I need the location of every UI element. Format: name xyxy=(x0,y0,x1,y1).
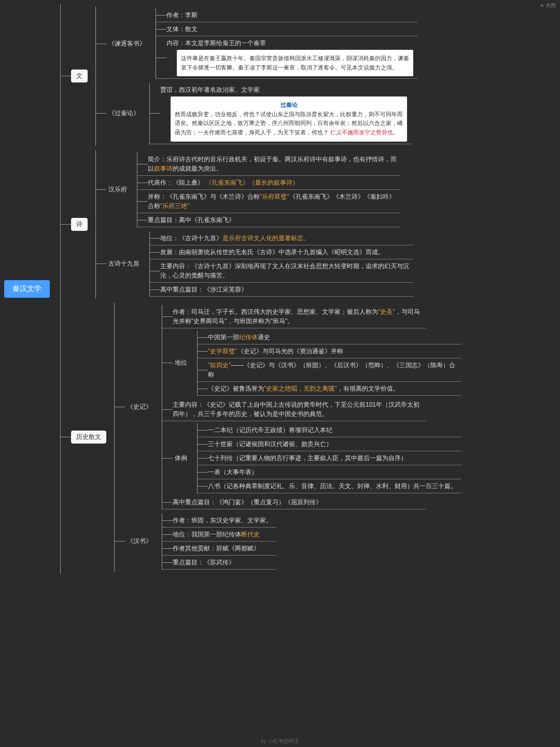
leaf: 重点篇目：高中《孔雀东南飞》 xyxy=(137,213,401,227)
node-tili[interactable]: 体例 xyxy=(173,453,189,464)
leaf: 作者：司马迁，字子长。西汉伟大的史学家、思想家、文学家；被后人称为"史圣"，与司… xyxy=(162,305,426,328)
close-button[interactable]: ✕ 关闭 xyxy=(540,2,556,9)
mindmap-root: 秦汉文学 文 《谏逐客书》 作者：李斯 文体：散文 内容：本文是李斯给秦王的一个… xyxy=(4,4,556,574)
node-hanshu[interactable]: 《汉书》 xyxy=(125,536,154,547)
node-yuefu[interactable]: 汉乐府 xyxy=(106,184,129,195)
leaf: 代表作：《陌上桑》 《孔雀东南飞》（最长的叙事诗） xyxy=(137,176,401,190)
leaf: 并称：《孔雀东南飞》与《木兰诗》合称"乐府双璧"《孔雀东南飞》《木兰诗》《秦妇吟… xyxy=(137,190,401,213)
root-node[interactable]: 秦汉文学 xyxy=(4,280,50,298)
leaf: 七十列传（记重要人物的言行事迹，主要叙人臣，其中最后一篇为自序） xyxy=(198,451,461,465)
leaf: 一表（大事年表） xyxy=(198,465,461,479)
leaf: 主要内容：《史记》记载了上自中国上古传说的黄帝时代，下至公元前101年（汉武帝太… xyxy=(162,398,426,421)
leaf: 作者其他贡献：辞赋《两都赋》 xyxy=(162,542,276,556)
leaf: 发展：由南朝萧统从传世的无名氏《古诗》中选录十九首编入《昭明文选》而成。 xyxy=(150,245,413,259)
node-shi[interactable]: 诗 xyxy=(71,218,88,231)
node-gushi19[interactable]: 古诗十九首 xyxy=(106,258,142,269)
note-box: 过秦论 然而成败异变，功业相反，何也？试使山东之国与陈涉度长絜大，比权量力，则不… xyxy=(171,96,407,141)
leaf: 三十世家（记诸侯国和汉代诸侯、勋贵兴亡） xyxy=(198,437,461,451)
node-diwei[interactable]: 地位 xyxy=(173,357,189,368)
leaf: 高中重点篇目：《鸿门宴》（重点复习）《屈原列传》 xyxy=(162,495,426,509)
leaf: 主要内容：《古诗十九首》深刻地再现了文人在汉末社会思想大转变时期，追求的幻灭与沉… xyxy=(150,259,413,283)
node-sanwen[interactable]: 历史散文 xyxy=(71,431,106,444)
leaf: "前四史"——《史记》与《汉书》（班固）、《后汉书》（范晔）、《三国志》（陈寿）… xyxy=(198,358,461,382)
leaf: 八书（记各种典章制度记礼、乐、音律、历法、天文、封禅、水利、财用）共一百三十篇。 xyxy=(198,479,461,493)
node-jianzhu[interactable]: 《谏逐客书》 xyxy=(106,38,148,49)
leaf: "史学双璧"《史记》与司马光的《资治通鉴》并称 xyxy=(198,344,461,358)
leaf: 地位：《古诗十九首》是乐府古诗文人化的显著标志。 xyxy=(150,231,413,245)
leaf: 贾谊，西汉初年著名政治家、文学家 过秦论 然而成败异变，功业相反，何也？试使山东… xyxy=(150,83,411,144)
leaf: 《史记》被鲁迅誉为"史家之绝唱，无韵之离骚"，有很高的文学价值。 xyxy=(198,382,461,396)
node-wen[interactable]: 文 xyxy=(71,70,88,82)
leaf: 地位：我国第一部纪传体断代史 xyxy=(162,528,276,542)
node-guoqin[interactable]: 《过秦论》 xyxy=(106,108,142,119)
leaf: 作者：班固，东汉史学家、文学家。 xyxy=(162,514,276,528)
leaf: 简介：乐府诗古代时的音乐行政机关，初设于秦。两汉乐府诗中有叙事诗，也有抒情诗，而… xyxy=(137,153,401,176)
leaf: 中国第一部纪传体通史 xyxy=(198,330,461,344)
leaf: 文体：散文 xyxy=(156,22,417,36)
leaf: 作者：李斯 xyxy=(156,8,417,22)
leaf: 内容：本文是李斯给秦王的一个奏章 这件事是在秦王嬴政十年。秦国宗室贵族借韩国派水… xyxy=(156,36,417,79)
note-box: 这件事是在秦王嬴政十年。秦国宗室贵族借韩国派水工修灌溉渠，阴谋消耗秦的国力，谏秦… xyxy=(177,50,413,76)
leaf: 一二本纪（记历代帝王政绩）将项羽记入本纪 xyxy=(198,423,461,437)
leaf: 高中重点篇目：《涉江采芙蓉》 xyxy=(150,283,413,297)
node-shiji[interactable]: 《史记》 xyxy=(125,402,154,412)
leaf: 重点篇目：《苏武传》 xyxy=(162,556,276,570)
